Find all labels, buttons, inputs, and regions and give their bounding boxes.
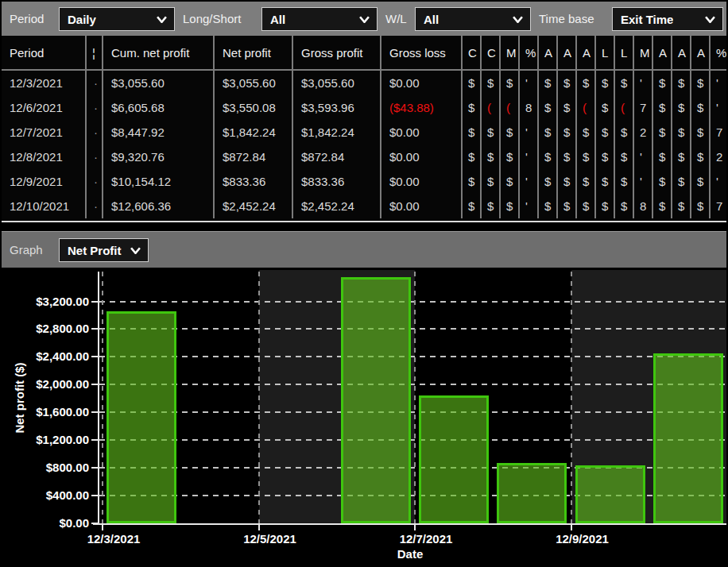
- column-header[interactable]: Gross profit: [293, 36, 381, 71]
- value-cell: $: [672, 71, 691, 95]
- wl-select[interactable]: All: [415, 7, 531, 31]
- value-cell: ': [711, 169, 726, 194]
- x-tick-label: 12/9/2021: [535, 531, 630, 547]
- value-cell: $: [463, 120, 482, 145]
- column-header[interactable]: Net profit: [215, 36, 293, 71]
- value-cell: $8,447.92: [103, 120, 215, 145]
- longshort-select[interactable]: All: [261, 7, 378, 31]
- wl-select-value: All: [424, 13, 439, 26]
- value-cell: $: [596, 71, 615, 95]
- graph-bar: Graph Net Profit: [2, 231, 726, 268]
- value-cell: ·: [87, 169, 103, 194]
- value-cell: 7: [711, 120, 726, 145]
- column-header[interactable]: Period: [2, 36, 87, 71]
- x-tick: [414, 525, 416, 530]
- value-cell: $: [558, 169, 577, 194]
- chevron-down-icon: [130, 247, 141, 254]
- value-cell: $6,605.68: [103, 95, 215, 120]
- value-cell: $: [653, 71, 672, 95]
- column-header[interactable]: A: [672, 36, 691, 71]
- column-header[interactable]: L: [615, 36, 634, 71]
- value-cell: $: [672, 194, 691, 218]
- net-profit-chart: Net profit ($) Date $0.00$400.00$800.00$…: [2, 268, 726, 565]
- column-header[interactable]: M: [501, 36, 520, 71]
- y-tick-label: $2,400.00: [2, 349, 89, 364]
- x-axis-line: [93, 523, 726, 525]
- value-cell: $: [672, 169, 691, 194]
- value-cell: $: [539, 194, 558, 218]
- period-cell: 12/6/2021: [2, 95, 87, 120]
- value-cell: $: [463, 145, 482, 169]
- y-tick-label: $1,600.00: [2, 404, 89, 420]
- value-cell: $: [691, 194, 711, 218]
- column-header[interactable]: A: [577, 36, 596, 71]
- value-cell: $: [615, 194, 634, 218]
- net-profit-bar: [575, 465, 645, 523]
- value-cell: $: [482, 194, 501, 218]
- column-header[interactable]: A: [539, 36, 558, 71]
- value-cell: $: [577, 120, 596, 145]
- value-cell: $: [691, 145, 711, 169]
- value-cell: 7: [634, 95, 653, 120]
- value-cell: $: [615, 169, 634, 194]
- period-cell: 12/3/2021: [2, 71, 87, 95]
- value-cell: ': [634, 169, 653, 194]
- value-cell: $: [463, 194, 482, 218]
- x-tick-label: 12/5/2021: [223, 531, 318, 547]
- column-header[interactable]: Gross loss: [381, 36, 463, 71]
- value-cell: ($43.88): [381, 95, 463, 120]
- y-tick-label: $1,200.00: [2, 432, 89, 448]
- value-cell: $: [691, 169, 711, 194]
- column-header[interactable]: A: [653, 36, 672, 71]
- value-cell: $: [672, 120, 691, 145]
- value-cell: $: [501, 145, 520, 169]
- value-cell: $0.00: [381, 169, 463, 194]
- value-cell: $: [615, 71, 634, 95]
- summary-table: Period¦Cum. net profitNet profitGross pr…: [2, 36, 726, 222]
- v-gridline: [414, 272, 416, 523]
- column-header[interactable]: C: [463, 36, 482, 71]
- column-header[interactable]: A: [558, 36, 577, 71]
- value-cell: ': [520, 71, 539, 95]
- timebase-select[interactable]: Exit Time: [612, 7, 723, 31]
- v-gridline: [258, 272, 260, 523]
- column-header[interactable]: ¦: [87, 36, 103, 71]
- value-cell: $: [653, 95, 672, 120]
- value-cell: $: [501, 194, 520, 218]
- h-gridline: [99, 411, 726, 413]
- value-cell: $: [539, 169, 558, 194]
- graph-select[interactable]: Net Profit: [59, 238, 149, 262]
- column-header[interactable]: L: [596, 36, 615, 71]
- value-cell: $12,606.36: [103, 194, 215, 218]
- value-cell: ·: [87, 120, 103, 145]
- column-header[interactable]: %: [711, 36, 726, 71]
- value-cell: $: [596, 169, 615, 194]
- timebase-select-value: Exit Time: [621, 13, 673, 26]
- value-cell: $: [482, 120, 501, 145]
- value-cell: $: [558, 95, 577, 120]
- period-select[interactable]: Daily: [59, 7, 175, 31]
- value-cell: $: [482, 145, 501, 169]
- y-axis-line: [98, 272, 99, 525]
- value-cell: $3,593.96: [293, 95, 381, 120]
- value-cell: $: [577, 71, 596, 95]
- column-header[interactable]: %: [520, 36, 539, 71]
- column-header[interactable]: C: [482, 36, 501, 71]
- column-header[interactable]: M: [634, 36, 653, 71]
- h-gridline: [99, 301, 726, 303]
- summary-table-grid: Period¦Cum. net profitNet profitGross pr…: [2, 36, 726, 218]
- net-profit-bar: [497, 463, 567, 523]
- period-cell: 12/7/2021: [2, 120, 87, 145]
- value-cell: $0.00: [381, 71, 463, 95]
- longshort-select-value: All: [270, 13, 285, 26]
- column-header[interactable]: A: [691, 36, 711, 71]
- value-cell: $: [577, 145, 596, 169]
- chevron-down-icon: [359, 16, 370, 23]
- graph-label: Graph: [10, 232, 43, 266]
- value-cell: $833.36: [215, 169, 293, 194]
- y-tick-label: $400.00: [2, 488, 89, 503]
- column-header[interactable]: Cum. net profit: [103, 36, 215, 71]
- y-tick-label: $800.00: [2, 460, 89, 476]
- longshort-label: Long/Short: [183, 2, 241, 36]
- value-cell: ': [520, 194, 539, 218]
